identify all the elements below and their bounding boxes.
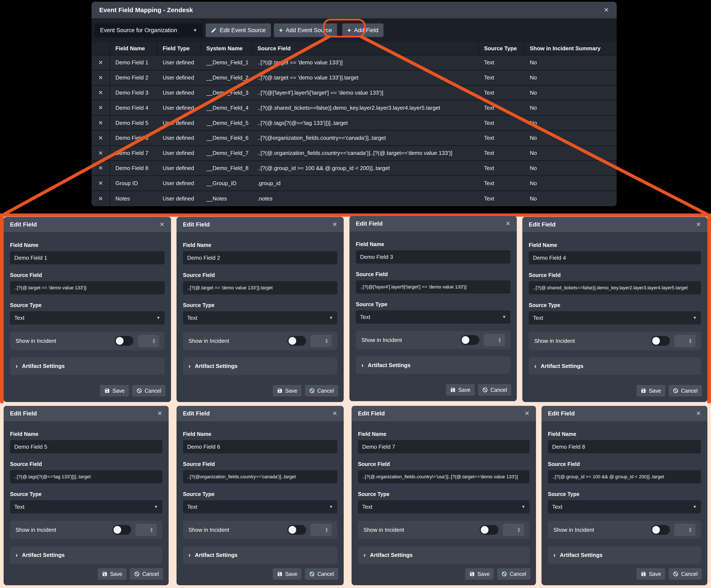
source-field-input[interactable]: ..[?(@.tags[?(@=='tag 133')])]..target bbox=[10, 470, 162, 483]
field-name-input[interactable]: Demo Field 4 bbox=[529, 251, 701, 265]
cell-field-type: User defined bbox=[157, 56, 201, 70]
annotation-stripe-left bbox=[0, 216, 4, 403]
source-type-select[interactable]: Text ▼ bbox=[548, 500, 701, 513]
field-name-input[interactable]: Demo Field 7 bbox=[358, 440, 530, 453]
cancel-button[interactable]: Cancel bbox=[669, 568, 702, 580]
delete-row-icon[interactable]: ✕ bbox=[91, 176, 110, 190]
close-icon[interactable]: ✕ bbox=[157, 411, 162, 417]
add-field-button[interactable]: + Add Field bbox=[342, 23, 384, 37]
cancel-button[interactable]: Cancel bbox=[669, 385, 702, 397]
order-spinner[interactable]: ▲ ▼ bbox=[135, 524, 157, 536]
show-in-incident-toggle[interactable] bbox=[287, 525, 306, 535]
source-type-select[interactable]: Text ▼ bbox=[183, 500, 337, 513]
order-spinner[interactable]: ▲ ▼ bbox=[674, 335, 695, 347]
source-type-select[interactable]: Text ▼ bbox=[529, 311, 701, 324]
source-field-input[interactable]: ..[?(@organization_fields.country=='cana… bbox=[183, 470, 337, 483]
order-spinner[interactable]: ▲ ▼ bbox=[483, 334, 505, 346]
delete-row-icon[interactable]: ✕ bbox=[91, 161, 110, 175]
close-icon[interactable]: ✕ bbox=[332, 411, 337, 417]
artifact-settings-expander[interactable]: › Artifact Settings bbox=[358, 546, 530, 564]
order-spinner[interactable]: ▲ ▼ bbox=[503, 524, 524, 536]
artifact-settings-expander[interactable]: › Artifact Settings bbox=[548, 546, 701, 564]
delete-row-icon[interactable]: ✕ bbox=[91, 191, 110, 206]
source-field-label: Source Field bbox=[183, 272, 337, 278]
cell-source-type: Text bbox=[479, 116, 525, 130]
show-in-incident-toggle[interactable] bbox=[480, 525, 498, 535]
order-spinner[interactable]: ▲ ▼ bbox=[310, 335, 332, 347]
save-button[interactable]: Save bbox=[446, 384, 475, 396]
close-icon[interactable]: ✕ bbox=[604, 7, 609, 13]
field-name-input[interactable]: Demo Field 2 bbox=[183, 251, 337, 265]
order-spinner[interactable]: ▲ ▼ bbox=[674, 524, 695, 536]
field-name-input[interactable]: Demo Field 6 bbox=[183, 440, 337, 453]
field-name-input[interactable]: Demo Field 8 bbox=[548, 440, 701, 453]
source-type-select[interactable]: Text ▼ bbox=[358, 500, 530, 513]
show-in-incident-toggle[interactable] bbox=[651, 336, 670, 346]
cancel-button[interactable]: Cancel bbox=[497, 568, 531, 580]
cancel-button[interactable]: Cancel bbox=[305, 385, 338, 397]
cell-show-in-incident-summary: No bbox=[525, 131, 617, 145]
artifact-settings-expander[interactable]: › Artifact Settings bbox=[183, 546, 337, 564]
save-button[interactable]: Save bbox=[637, 568, 665, 580]
show-in-incident-toggle[interactable] bbox=[460, 335, 479, 345]
order-spinner[interactable]: ▲ ▼ bbox=[310, 524, 332, 536]
close-icon[interactable]: ✕ bbox=[696, 411, 701, 417]
save-button[interactable]: Save bbox=[273, 568, 302, 580]
save-button[interactable]: Save bbox=[273, 385, 302, 397]
edit-dialog-header: Edit Field ✕ bbox=[4, 217, 171, 232]
delete-row-icon[interactable]: ✕ bbox=[91, 116, 110, 130]
save-button[interactable]: Save bbox=[637, 385, 665, 397]
cancel-button[interactable]: Cancel bbox=[305, 568, 338, 580]
field-name-input[interactable]: Demo Field 3 bbox=[356, 250, 511, 264]
cancel-button[interactable]: Cancel bbox=[478, 384, 511, 396]
event-source-select[interactable]: Event Source for Organization ▼ bbox=[94, 23, 203, 37]
show-in-incident-toggle[interactable] bbox=[115, 336, 133, 346]
source-type-select[interactable]: Text ▼ bbox=[10, 311, 165, 324]
source-field-input[interactable]: ..[?(@.target == 'demo value 133')].targ… bbox=[183, 281, 337, 294]
artifact-settings-expander[interactable]: › Artifact Settings bbox=[356, 356, 511, 374]
source-field-input[interactable]: ..[?(@.target == 'demo value 133')] bbox=[10, 281, 165, 294]
source-type-select[interactable]: Text ▼ bbox=[356, 310, 511, 323]
order-spinner[interactable]: ▲ ▼ bbox=[138, 335, 159, 347]
artifact-settings-expander[interactable]: › Artifact Settings bbox=[529, 357, 701, 375]
delete-row-icon[interactable]: ✕ bbox=[91, 86, 110, 100]
save-button[interactable]: Save bbox=[465, 568, 494, 580]
delete-row-icon[interactable]: ✕ bbox=[91, 70, 110, 85]
add-event-source-button[interactable]: + Add Event Source bbox=[274, 23, 337, 37]
save-button[interactable]: Save bbox=[98, 568, 127, 580]
cell-source-field: ..[?(@.target == 'demo value 133')].targ… bbox=[252, 70, 479, 85]
close-icon[interactable]: ✕ bbox=[505, 221, 511, 227]
artifact-settings-expander[interactable]: › Artifact Settings bbox=[183, 357, 337, 375]
close-icon[interactable]: ✕ bbox=[525, 411, 530, 417]
artifact-settings-expander[interactable]: › Artifact Settings bbox=[10, 357, 165, 375]
field-name-input[interactable]: Demo Field 5 bbox=[10, 440, 162, 453]
source-field-input[interactable]: ..[?(@.organization_fields.country!='usa… bbox=[358, 470, 530, 483]
cancel-button[interactable]: Cancel bbox=[132, 385, 166, 397]
cell-source-field: ..[?(@organization_fields.country=='cana… bbox=[252, 131, 479, 145]
show-in-incident-toggle[interactable] bbox=[651, 525, 670, 535]
show-in-incident-toggle[interactable] bbox=[112, 525, 131, 535]
field-name-input[interactable]: Demo Field 1 bbox=[10, 251, 165, 265]
save-button[interactable]: Save bbox=[100, 385, 129, 397]
chevron-down-icon: ▼ bbox=[521, 504, 525, 509]
source-field-input[interactable]: ..[?(@.shared_tickets==false)].demo_key.… bbox=[529, 281, 701, 294]
close-icon[interactable]: ✕ bbox=[696, 222, 701, 228]
source-type-select[interactable]: Text ▼ bbox=[10, 500, 162, 513]
cell-show-in-incident-summary: No bbox=[525, 146, 617, 161]
close-icon[interactable]: ✕ bbox=[160, 222, 165, 228]
floppy-disk-icon bbox=[641, 571, 646, 577]
table-row: ✕ Demo Field 2 User defined __Demo_Field… bbox=[91, 70, 617, 86]
delete-row-icon[interactable]: ✕ bbox=[91, 56, 110, 70]
close-icon[interactable]: ✕ bbox=[332, 222, 337, 228]
delete-row-icon[interactable]: ✕ bbox=[91, 101, 110, 115]
source-field-input[interactable]: ..[?(@.group_id >= 100 && @.group_id < 2… bbox=[548, 470, 701, 483]
artifact-settings-expander[interactable]: › Artifact Settings bbox=[10, 546, 162, 564]
edit-event-source-button[interactable]: Edit Event Source bbox=[206, 23, 271, 37]
delete-row-icon[interactable]: ✕ bbox=[91, 146, 110, 161]
source-type-select[interactable]: Text ▼ bbox=[183, 311, 337, 324]
cancel-button[interactable]: Cancel bbox=[130, 568, 163, 580]
source-field-input[interactable]: ..[?(@['layer4'].layer5['target'] == 'de… bbox=[356, 280, 511, 294]
field-name-label: Field Name bbox=[183, 242, 337, 248]
delete-row-icon[interactable]: ✕ bbox=[91, 131, 110, 145]
show-in-incident-toggle[interactable] bbox=[287, 336, 306, 346]
